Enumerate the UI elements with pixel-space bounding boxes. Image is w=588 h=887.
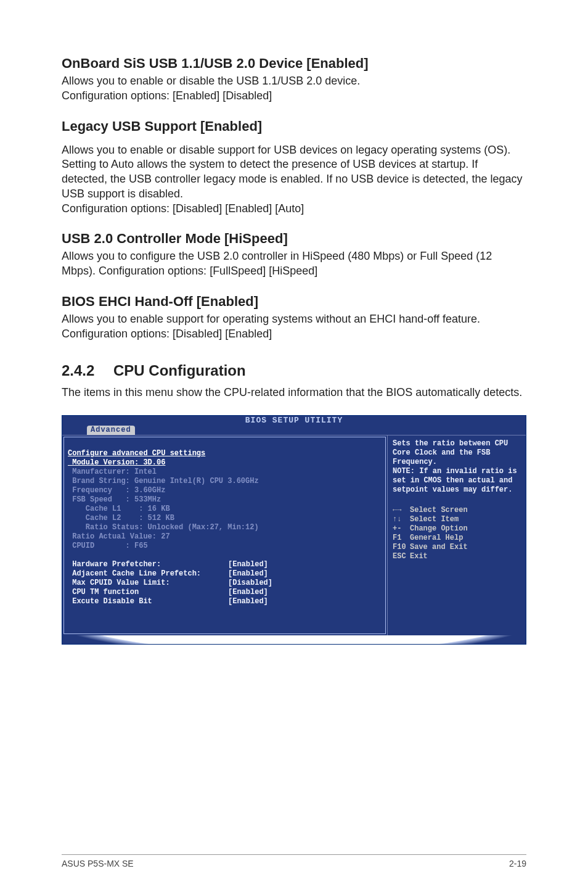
nav-action-general-help: General Help — [410, 534, 463, 542]
bios-option-row[interactable]: Max CPUID Value Limit:[Disabled] — [68, 579, 382, 588]
para-legacy-usb-support: Allows you to enable or disable support … — [62, 143, 526, 217]
bios-option-row[interactable]: Adjacent Cache Line Prefetch:[Enabled] — [68, 569, 382, 579]
bios-option-row[interactable]: Excute Disable Bit[Enabled] — [68, 597, 382, 606]
bios-option-value[interactable]: [Enabled] — [228, 597, 268, 606]
nav-action-select-screen: Select Screen — [410, 506, 468, 514]
bios-readonly-line: Ratio Status: Unlocked (Max:27, Min:12) — [68, 523, 259, 532]
bios-readonly-line: FSB Speed : 533MHz — [68, 495, 161, 504]
bios-title: BIOS SETUP UTILITY — [62, 416, 526, 426]
nav-action-exit: Exit — [410, 552, 428, 561]
para-usb-controller-mode: Allows you to configure the USB 2.0 cont… — [62, 249, 526, 279]
nav-action-save-exit: Save and Exit — [410, 543, 468, 551]
bios-option-row[interactable]: Hardware Prefetcher:[Enabled] — [68, 560, 382, 569]
bios-option-value[interactable]: [Disabled] — [228, 579, 272, 588]
bios-readonly-line: Frequency : 3.60GHz — [68, 486, 165, 495]
footer-left: ASUS P5S-MX SE — [62, 859, 134, 868]
bios-option-value[interactable]: [Enabled] — [228, 560, 268, 569]
tab-advanced[interactable]: Advanced — [87, 426, 135, 435]
bios-option-label: Adjacent Cache Line Prefetch: — [68, 569, 228, 579]
bios-config-header: Configure advanced CPU settings — [68, 449, 205, 458]
nav-key-f1: F1 — [393, 534, 410, 543]
bios-option-label: Max CPUID Value Limit: — [68, 579, 228, 588]
nav-key-arrows-lr: ←→ — [393, 506, 410, 515]
nav-key-f10: F10 — [393, 543, 410, 552]
footer-right: 2-19 — [509, 859, 526, 868]
section-title: CPU Configuration — [113, 362, 246, 379]
bios-left-pane: Configure advanced CPU settings Module V… — [63, 437, 386, 634]
nav-key-plus-minus: +- — [393, 524, 410, 534]
para-bios-ehci-handoff: Allows you to enable support for operati… — [62, 312, 526, 342]
bios-option-label: Hardware Prefetcher: — [68, 560, 228, 569]
bios-right-pane: Sets the ratio between CPU Core Clock an… — [387, 435, 526, 635]
bios-nav-keys: ←→Select Screen ↑↓Select Item +-Change O… — [393, 506, 522, 561]
heading-usb-controller-mode: USB 2.0 Controller Mode [HiSpeed] — [62, 231, 526, 247]
bios-option-value[interactable]: [Enabled] — [228, 588, 268, 597]
bios-readonly-line: CPUID : F65 — [68, 542, 148, 550]
bios-option-value[interactable]: [Enabled] — [228, 569, 268, 579]
page-footer: ASUS P5S-MX SE 2-19 — [62, 854, 526, 868]
nav-key-esc: ESC — [393, 552, 410, 561]
bios-option-label: CPU TM function — [68, 588, 228, 597]
bios-option-label: Excute Disable Bit — [68, 597, 228, 606]
bios-readonly-line: Cache L1 : 16 KB — [68, 505, 170, 513]
nav-key-arrows-ud: ↑↓ — [393, 515, 410, 524]
heading-cpu-configuration: 2.4.2CPU Configuration — [62, 362, 526, 379]
heading-onboard-sis-usb: OnBoard SiS USB 1.1/USB 2.0 Device [Enab… — [62, 56, 526, 72]
bios-readonly-line: Brand String: Genuine Intel(R) CPU 3.60G… — [68, 477, 259, 485]
para-onboard-sis-usb: Allows you to enable or disable the USB … — [62, 74, 526, 104]
bios-bottom-curve — [62, 635, 526, 644]
bios-module-version: Module Version: 3D.06 — [68, 458, 165, 467]
bios-panel: BIOS SETUP UTILITY Advanced Configure ad… — [62, 415, 526, 645]
bios-tabbar: Advanced — [62, 426, 526, 435]
bios-option-row[interactable]: CPU TM function[Enabled] — [68, 588, 382, 597]
heading-legacy-usb-support: Legacy USB Support [Enabled] — [62, 118, 526, 134]
bios-readonly-line: Manufacturer: Intel — [68, 468, 157, 476]
section-number: 2.4.2 — [62, 362, 113, 379]
bios-help-text: Sets the ratio between CPU Core Clock an… — [393, 439, 522, 495]
nav-action-select-item: Select Item — [410, 515, 459, 524]
bios-readonly-line: Ratio Actual Value: 27 — [68, 532, 170, 541]
para-cpu-configuration: The items in this menu show the CPU-rela… — [62, 386, 526, 400]
bios-readonly-line: Cache L2 : 512 KB — [68, 514, 174, 522]
nav-action-change-option: Change Option — [410, 524, 468, 533]
heading-bios-ehci-handoff: BIOS EHCI Hand-Off [Enabled] — [62, 294, 526, 310]
